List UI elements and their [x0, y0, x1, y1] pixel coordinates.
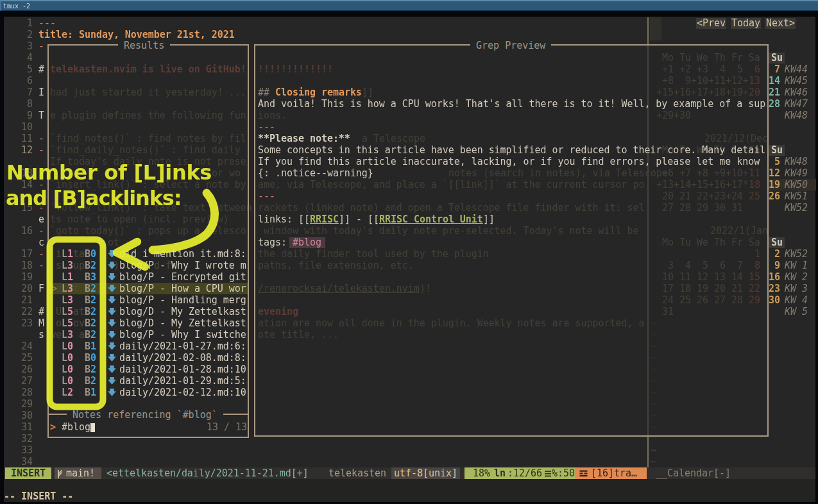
links-count[interactable]: 3 — [67, 260, 73, 271]
prompt-input[interactable]: #blog — [62, 421, 90, 433]
backlinks-count[interactable]: 0 — [90, 248, 96, 260]
backlinks-label[interactable]: B — [85, 317, 90, 329]
backlinks-count[interactable]: 2 — [90, 260, 96, 271]
links-count[interactable]: 0 — [67, 375, 73, 387]
calendar-sunday[interactable]: 2 — [774, 248, 780, 260]
markdown-file-icon[interactable] — [108, 354, 116, 362]
result-item[interactable]: blog/D - My Zettelkast — [119, 317, 246, 329]
result-item[interactable]: daily/2021-02-08.md:8: — [119, 352, 246, 364]
result-item[interactable]: blog/D - My Zettelkast — [119, 306, 246, 317]
links-label[interactable]: L — [62, 294, 67, 306]
links-label[interactable]: L — [62, 271, 67, 283]
links-count[interactable]: 1 — [67, 248, 73, 260]
result-item[interactable]: blog/P - How a CPU wor — [119, 283, 246, 294]
links-count[interactable]: 3 — [67, 294, 73, 306]
links-count[interactable]: 5 — [67, 317, 73, 329]
markdown-file-icon[interactable] — [108, 389, 116, 396]
links-label[interactable]: L — [62, 283, 67, 294]
result-item[interactable]: daily/2021-02-12.md:10 — [119, 387, 246, 398]
backlinks-count[interactable]: 2 — [90, 306, 96, 317]
backlinks-label[interactable]: B — [85, 329, 90, 340]
statusline-filename[interactable]: <ettelkasten/daily/2021-11-21.md[+] — [107, 467, 309, 479]
calendar-sunday[interactable]: 19 — [769, 179, 780, 190]
calendar-sunday[interactable]: 23 — [769, 283, 780, 294]
backlinks-label[interactable]: B — [85, 294, 90, 306]
markdown-file-icon[interactable] — [108, 342, 116, 350]
markdown-file-icon[interactable] — [108, 331, 116, 339]
backlinks-count[interactable]: 2 — [90, 294, 96, 306]
backlinks-label[interactable]: B — [85, 248, 90, 260]
calendar-sunday[interactable]: 26 — [769, 190, 780, 202]
backlinks-label[interactable]: B — [85, 271, 90, 283]
backlinks-count[interactable]: 3 — [90, 271, 96, 283]
result-item[interactable]: daily/2021-01-29.md:5: — [119, 375, 246, 387]
backlinks-label[interactable]: B — [85, 387, 90, 398]
links-label[interactable]: L — [62, 317, 67, 329]
links-count[interactable]: 3 — [67, 283, 73, 294]
backlinks-count[interactable]: 2 — [90, 283, 96, 294]
result-item[interactable]: daily/2021-01-28.md:10 — [119, 364, 246, 375]
backlinks-count[interactable]: 1 — [90, 387, 96, 398]
result-item[interactable]: blog/P - Handling merg — [119, 294, 246, 306]
markdown-file-icon[interactable] — [108, 296, 116, 304]
result-item[interactable]: daily/2021-01-27.md:6: — [119, 340, 246, 352]
markdown-file-icon[interactable] — [108, 377, 116, 385]
backlinks-label[interactable]: B — [85, 340, 90, 352]
links-count[interactable]: 0 — [67, 352, 73, 364]
backlinks-count[interactable]: 1 — [90, 340, 96, 352]
calendar-sunday[interactable]: 21 — [769, 87, 780, 98]
markdown-file-icon[interactable] — [108, 273, 116, 281]
result-item[interactable]: blog/P - Encrypted git — [119, 271, 246, 283]
backlinks-label[interactable]: B — [85, 352, 90, 364]
links-count[interactable]: 3 — [67, 329, 73, 340]
wiki-link[interactable]: RRISC Control Unit — [379, 214, 483, 225]
calendar-sunday[interactable]: 7 — [774, 63, 780, 75]
calendar-sunday[interactable]: 9 — [774, 260, 780, 271]
calendar-sunday[interactable]: 12 — [769, 167, 780, 179]
links-count[interactable]: 2 — [67, 387, 73, 398]
calendar-sunday[interactable]: 5 — [774, 156, 780, 167]
links-label[interactable]: L — [62, 352, 67, 364]
tag-text[interactable]: #blog — [293, 237, 321, 248]
backlinks-label[interactable]: B — [85, 375, 90, 387]
markdown-file-icon[interactable] — [108, 250, 116, 258]
markdown-file-icon[interactable] — [108, 308, 116, 315]
links-label[interactable]: L — [62, 340, 67, 352]
calendar-today-button[interactable]: Today — [731, 18, 761, 29]
result-item[interactable]: did i mention it.md:8: — [119, 248, 246, 260]
backlinks-count[interactable]: 2 — [90, 364, 96, 375]
links-count[interactable]: 0 — [67, 364, 73, 375]
markdown-file-icon[interactable] — [108, 262, 116, 269]
markdown-file-icon[interactable] — [108, 365, 116, 373]
backlinks-label[interactable]: B — [85, 260, 90, 271]
backlinks-label[interactable]: B — [85, 306, 90, 317]
wiki-link[interactable]: RRISC — [310, 214, 339, 225]
calendar-sunday[interactable]: 14 — [769, 75, 780, 87]
backlinks-label[interactable]: B — [85, 364, 90, 375]
links-count[interactable]: 5 — [67, 306, 73, 317]
links-label[interactable]: L — [62, 364, 67, 375]
calendar-prev-button[interactable]: <Prev — [696, 18, 726, 29]
calendar-sunday[interactable]: 28 — [769, 98, 780, 110]
links-label[interactable]: L — [62, 248, 67, 260]
calendar-sunday[interactable]: 30 — [769, 294, 780, 306]
links-label[interactable]: L — [62, 375, 67, 387]
backlinks-count[interactable]: 0 — [90, 352, 96, 364]
result-item[interactable]: blog/P - Why I wrote m — [119, 260, 246, 271]
links-label[interactable]: L — [62, 260, 67, 271]
links-count[interactable]: 0 — [67, 340, 73, 352]
backlinks-count[interactable]: 2 — [90, 375, 96, 387]
result-item[interactable]: blog/P - Why I switche — [119, 329, 246, 340]
statusline-git-branch[interactable]: main! — [55, 467, 101, 479]
backlinks-label[interactable]: B — [85, 283, 90, 294]
backlinks-count[interactable]: 2 — [90, 329, 96, 340]
links-label[interactable]: L — [62, 306, 67, 317]
links-label[interactable]: L — [62, 329, 67, 340]
markdown-file-icon[interactable] — [108, 285, 116, 292]
links-label[interactable]: L — [62, 387, 67, 398]
calendar-next-button[interactable]: Next> — [765, 18, 796, 29]
links-count[interactable]: 1 — [67, 271, 73, 283]
calendar-sunday[interactable]: 16 — [769, 271, 780, 283]
markdown-file-icon[interactable] — [108, 319, 116, 327]
backlinks-count[interactable]: 2 — [90, 317, 96, 329]
